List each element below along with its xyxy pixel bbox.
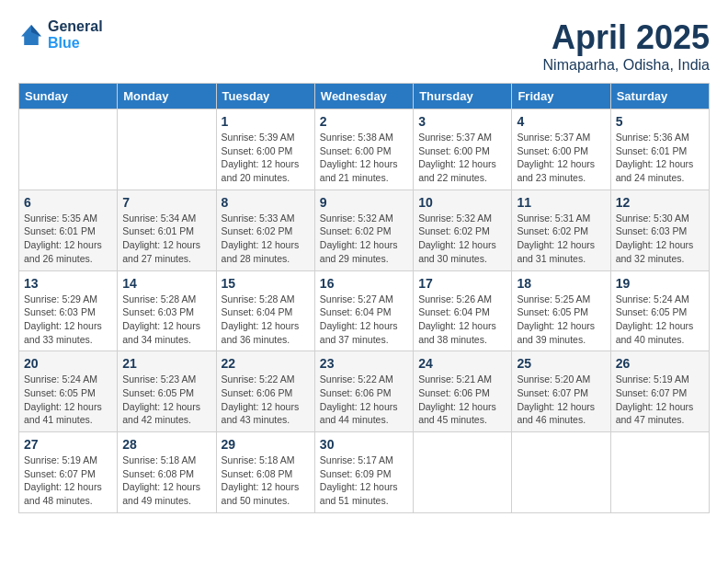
calendar-header-cell: Sunday [19, 84, 118, 109]
day-number: 28 [122, 437, 210, 452]
calendar-cell: 18Sunrise: 5:25 AM Sunset: 6:05 PM Dayli… [512, 270, 610, 351]
calendar-cell: 26Sunrise: 5:19 AM Sunset: 6:07 PM Dayli… [610, 351, 709, 432]
day-info: Sunrise: 5:26 AM Sunset: 6:04 PM Dayligh… [418, 293, 506, 347]
day-info: Sunrise: 5:24 AM Sunset: 6:05 PM Dayligh… [24, 373, 112, 427]
calendar-cell: 16Sunrise: 5:27 AM Sunset: 6:04 PM Dayli… [314, 270, 413, 351]
calendar-cell: 23Sunrise: 5:22 AM Sunset: 6:06 PM Dayli… [314, 351, 413, 432]
calendar-cell [512, 432, 610, 513]
day-info: Sunrise: 5:28 AM Sunset: 6:03 PM Dayligh… [122, 293, 210, 347]
day-info: Sunrise: 5:30 AM Sunset: 6:03 PM Dayligh… [616, 212, 704, 266]
calendar-cell: 25Sunrise: 5:20 AM Sunset: 6:07 PM Dayli… [512, 351, 610, 432]
calendar-cell: 2Sunrise: 5:38 AM Sunset: 6:00 PM Daylig… [314, 109, 413, 190]
calendar-cell: 13Sunrise: 5:29 AM Sunset: 6:03 PM Dayli… [19, 270, 118, 351]
day-number: 11 [517, 195, 605, 210]
calendar-cell: 9Sunrise: 5:32 AM Sunset: 6:02 PM Daylig… [314, 190, 413, 270]
calendar-cell: 14Sunrise: 5:28 AM Sunset: 6:03 PM Dayli… [118, 270, 216, 351]
day-info: Sunrise: 5:22 AM Sunset: 6:06 PM Dayligh… [320, 373, 408, 427]
calendar-header-cell: Saturday [610, 84, 709, 109]
calendar-cell: 10Sunrise: 5:32 AM Sunset: 6:02 PM Dayli… [414, 190, 512, 270]
title-area: April 2025 Nimaparha, Odisha, India [543, 18, 710, 74]
calendar-header-cell: Friday [512, 84, 610, 109]
logo: General Blue [18, 18, 103, 51]
calendar-cell: 19Sunrise: 5:24 AM Sunset: 6:05 PM Dayli… [610, 270, 709, 351]
day-info: Sunrise: 5:39 AM Sunset: 6:00 PM Dayligh… [222, 131, 310, 185]
calendar-cell: 7Sunrise: 5:34 AM Sunset: 6:01 PM Daylig… [118, 190, 216, 270]
calendar-cell: 12Sunrise: 5:30 AM Sunset: 6:03 PM Dayli… [610, 190, 709, 270]
day-info: Sunrise: 5:27 AM Sunset: 6:04 PM Dayligh… [320, 293, 408, 347]
day-number: 12 [616, 195, 704, 210]
calendar-cell: 29Sunrise: 5:18 AM Sunset: 6:08 PM Dayli… [216, 432, 314, 513]
calendar-cell [19, 109, 118, 190]
day-number: 19 [616, 276, 704, 291]
calendar-cell [118, 109, 216, 190]
day-info: Sunrise: 5:32 AM Sunset: 6:02 PM Dayligh… [320, 212, 408, 266]
calendar-body: 1Sunrise: 5:39 AM Sunset: 6:00 PM Daylig… [19, 109, 710, 513]
day-number: 23 [320, 356, 408, 371]
day-info: Sunrise: 5:21 AM Sunset: 6:06 PM Dayligh… [418, 373, 506, 427]
day-info: Sunrise: 5:37 AM Sunset: 6:00 PM Dayligh… [418, 131, 506, 185]
day-number: 17 [418, 276, 506, 291]
calendar-cell: 30Sunrise: 5:17 AM Sunset: 6:09 PM Dayli… [314, 432, 413, 513]
day-number: 10 [418, 195, 506, 210]
day-info: Sunrise: 5:18 AM Sunset: 6:08 PM Dayligh… [122, 454, 210, 508]
day-info: Sunrise: 5:28 AM Sunset: 6:04 PM Dayligh… [222, 293, 310, 347]
calendar-week-row: 6Sunrise: 5:35 AM Sunset: 6:01 PM Daylig… [19, 190, 710, 270]
calendar-cell: 8Sunrise: 5:33 AM Sunset: 6:02 PM Daylig… [216, 190, 314, 270]
location-title: Nimaparha, Odisha, India [543, 57, 710, 74]
day-number: 1 [222, 114, 310, 129]
day-info: Sunrise: 5:20 AM Sunset: 6:07 PM Dayligh… [517, 373, 605, 427]
calendar-week-row: 20Sunrise: 5:24 AM Sunset: 6:05 PM Dayli… [19, 351, 710, 432]
calendar-cell: 20Sunrise: 5:24 AM Sunset: 6:05 PM Dayli… [19, 351, 118, 432]
day-info: Sunrise: 5:38 AM Sunset: 6:00 PM Dayligh… [320, 131, 408, 185]
day-number: 13 [24, 276, 112, 291]
calendar-cell: 3Sunrise: 5:37 AM Sunset: 6:00 PM Daylig… [414, 109, 512, 190]
day-number: 25 [517, 356, 605, 371]
calendar-cell: 6Sunrise: 5:35 AM Sunset: 6:01 PM Daylig… [19, 190, 118, 270]
day-number: 6 [24, 195, 112, 210]
calendar-header-row: SundayMondayTuesdayWednesdayThursdayFrid… [19, 84, 710, 109]
calendar-header-cell: Monday [118, 84, 216, 109]
day-number: 9 [320, 195, 408, 210]
calendar-cell [610, 432, 709, 513]
calendar-header-cell: Tuesday [216, 84, 314, 109]
calendar-week-row: 27Sunrise: 5:19 AM Sunset: 6:07 PM Dayli… [19, 432, 710, 513]
calendar-header-cell: Thursday [414, 84, 512, 109]
month-title: April 2025 [543, 18, 710, 57]
day-number: 7 [122, 195, 210, 210]
day-number: 26 [616, 356, 704, 371]
page-header: General Blue April 2025 Nimaparha, Odish… [18, 18, 710, 74]
day-info: Sunrise: 5:24 AM Sunset: 6:05 PM Dayligh… [616, 293, 704, 347]
day-info: Sunrise: 5:19 AM Sunset: 6:07 PM Dayligh… [616, 373, 704, 427]
day-info: Sunrise: 5:35 AM Sunset: 6:01 PM Dayligh… [24, 212, 112, 266]
day-number: 20 [24, 356, 112, 371]
calendar-cell: 27Sunrise: 5:19 AM Sunset: 6:07 PM Dayli… [19, 432, 118, 513]
day-number: 2 [320, 114, 408, 129]
day-number: 14 [122, 276, 210, 291]
calendar-week-row: 1Sunrise: 5:39 AM Sunset: 6:00 PM Daylig… [19, 109, 710, 190]
day-number: 3 [418, 114, 506, 129]
day-info: Sunrise: 5:23 AM Sunset: 6:05 PM Dayligh… [122, 373, 210, 427]
calendar-cell: 24Sunrise: 5:21 AM Sunset: 6:06 PM Dayli… [414, 351, 512, 432]
day-info: Sunrise: 5:32 AM Sunset: 6:02 PM Dayligh… [418, 212, 506, 266]
calendar-table: SundayMondayTuesdayWednesdayThursdayFrid… [18, 83, 710, 513]
day-number: 22 [222, 356, 310, 371]
day-number: 30 [320, 437, 408, 452]
day-info: Sunrise: 5:37 AM Sunset: 6:00 PM Dayligh… [517, 131, 605, 185]
day-info: Sunrise: 5:22 AM Sunset: 6:06 PM Dayligh… [222, 373, 310, 427]
calendar-cell: 1Sunrise: 5:39 AM Sunset: 6:00 PM Daylig… [216, 109, 314, 190]
day-number: 27 [24, 437, 112, 452]
day-info: Sunrise: 5:17 AM Sunset: 6:09 PM Dayligh… [320, 454, 408, 508]
logo-icon [18, 22, 44, 48]
calendar-cell: 11Sunrise: 5:31 AM Sunset: 6:02 PM Dayli… [512, 190, 610, 270]
logo-text: General Blue [48, 18, 103, 51]
day-number: 8 [222, 195, 310, 210]
day-number: 16 [320, 276, 408, 291]
day-number: 18 [517, 276, 605, 291]
calendar-cell: 4Sunrise: 5:37 AM Sunset: 6:00 PM Daylig… [512, 109, 610, 190]
day-info: Sunrise: 5:25 AM Sunset: 6:05 PM Dayligh… [517, 293, 605, 347]
calendar-cell: 21Sunrise: 5:23 AM Sunset: 6:05 PM Dayli… [118, 351, 216, 432]
calendar-cell [414, 432, 512, 513]
calendar-header-cell: Wednesday [314, 84, 413, 109]
calendar-cell: 28Sunrise: 5:18 AM Sunset: 6:08 PM Dayli… [118, 432, 216, 513]
day-number: 4 [517, 114, 605, 129]
